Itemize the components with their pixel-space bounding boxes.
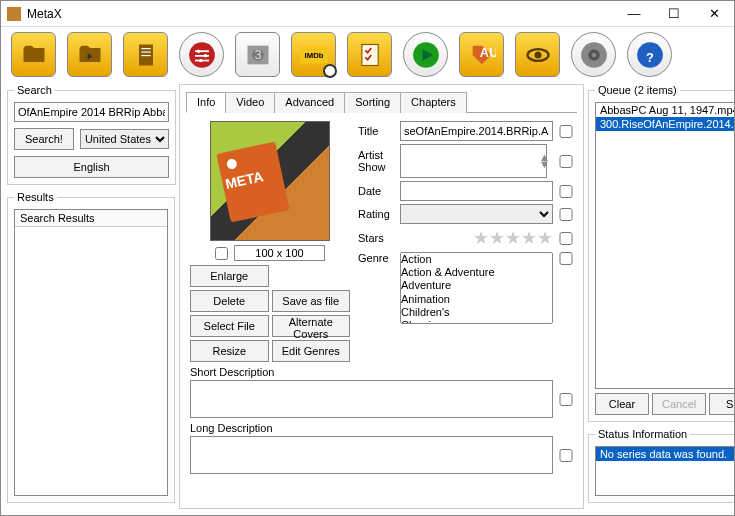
stars-label: Stars [358, 232, 394, 244]
stars-widget[interactable]: ★★★★★ [400, 227, 553, 249]
status-message: No series data was found. [596, 447, 735, 461]
rating-label: Rating [358, 208, 394, 220]
imdb-icon[interactable]: IMDb [291, 32, 336, 77]
rating-select[interactable] [400, 204, 553, 224]
svg-point-20 [534, 51, 541, 58]
genre-lock-checkbox[interactable] [559, 252, 573, 265]
play-icon[interactable] [403, 32, 448, 77]
settings-sliders-icon[interactable] [179, 32, 224, 77]
delete-button[interactable]: Delete [190, 290, 269, 312]
short-desc-label: Short Description [190, 366, 573, 378]
date-label: Date [358, 185, 394, 197]
queue-legend: Queue (2 items) [595, 84, 680, 96]
tab-info[interactable]: Info [186, 92, 226, 113]
sort-button[interactable]: Sort [709, 393, 735, 415]
date-input[interactable] [400, 181, 553, 201]
country-select[interactable]: United States [80, 129, 169, 149]
main-toolbar: 3 IMDb AUTO TAG ? [1, 27, 734, 82]
checklist-icon[interactable] [347, 32, 392, 77]
search-button[interactable]: Search! [14, 128, 74, 150]
edit-genres-button[interactable]: Edit Genres [272, 340, 351, 362]
maximize-button[interactable]: ☐ [654, 2, 694, 26]
genre-list[interactable]: ActionAction & AdventureAdventureAnimati… [400, 252, 553, 324]
status-box: No series data was found. [595, 446, 735, 496]
clear-button[interactable]: Clear [595, 393, 649, 415]
art-dimensions: 100 x 100 [234, 245, 324, 261]
svg-rect-2 [141, 51, 150, 52]
save-as-file-button[interactable]: Save as file [272, 290, 351, 312]
titlebar: MetaX — ☐ ✕ [1, 1, 734, 27]
queue-item[interactable]: 300.RiseOfAnEmpire.2014.BR... [596, 117, 735, 131]
long-desc-label: Long Description [190, 422, 573, 434]
language-button[interactable]: English [14, 156, 169, 178]
help-icon[interactable]: ? [627, 32, 672, 77]
search-input[interactable] [14, 102, 169, 122]
resize-button[interactable]: Resize [190, 340, 269, 362]
date-lock-checkbox[interactable] [559, 185, 573, 198]
cover-art[interactable]: META [210, 121, 330, 241]
svg-point-23 [591, 52, 596, 57]
close-button[interactable]: ✕ [694, 2, 734, 26]
alternate-covers-button[interactable]: Alternate Covers [272, 315, 351, 337]
svg-point-9 [203, 54, 207, 58]
svg-rect-1 [141, 48, 150, 49]
gear-icon[interactable] [571, 32, 616, 77]
search-legend: Search [14, 84, 55, 96]
open-recent-icon[interactable] [67, 32, 112, 77]
svg-rect-3 [141, 55, 150, 56]
rating-lock-checkbox[interactable] [559, 208, 573, 221]
film-reel-icon[interactable]: 3 [235, 32, 280, 77]
artist-label: Artist Show [358, 149, 394, 173]
autotag-icon[interactable]: AUTO TAG [459, 32, 504, 77]
tab-video[interactable]: Video [225, 92, 275, 113]
queue-item[interactable]: AbbasPC Aug 11, 1947.mp4 [596, 103, 735, 117]
artist-lock-checkbox[interactable] [559, 155, 573, 168]
results-list[interactable]: Search Results [14, 209, 168, 496]
queue-list[interactable]: AbbasPC Aug 11, 1947.mp4300.RiseOfAnEmpi… [595, 102, 735, 389]
status-group: Status Information No series data was fo… [588, 428, 735, 503]
document-icon[interactable] [123, 32, 168, 77]
results-header: Search Results [15, 210, 167, 227]
svg-point-10 [199, 58, 203, 62]
select-file-button[interactable]: Select File [190, 315, 269, 337]
enlarge-button[interactable]: Enlarge [190, 265, 269, 287]
results-group: Results Search Results [7, 191, 175, 503]
tab-advanced[interactable]: Advanced [274, 92, 345, 113]
queue-group: Queue (2 items) AbbasPC Aug 11, 1947.mp4… [588, 84, 735, 422]
minimize-button[interactable]: — [614, 2, 654, 26]
tab-chapters[interactable]: Chapters [400, 92, 467, 113]
title-lock-checkbox[interactable] [559, 125, 573, 138]
stars-lock-checkbox[interactable] [559, 232, 573, 245]
art-lock-checkbox[interactable] [215, 247, 228, 260]
svg-point-8 [196, 49, 200, 53]
title-input[interactable] [400, 121, 553, 141]
long-desc-input[interactable] [190, 436, 553, 474]
app-icon [7, 7, 21, 21]
title-label: Title [358, 125, 394, 137]
window-title: MetaX [27, 7, 614, 21]
long-desc-lock-checkbox[interactable] [559, 449, 573, 462]
cancel-button[interactable]: Cancel [652, 393, 706, 415]
svg-rect-16 [361, 44, 377, 65]
tab-strip: Info Video Advanced Sorting Chapters [186, 91, 577, 113]
genre-label: Genre [358, 252, 394, 264]
preview-eye-icon[interactable] [515, 32, 560, 77]
results-legend: Results [14, 191, 57, 203]
svg-text:?: ? [646, 50, 654, 65]
short-desc-input[interactable] [190, 380, 553, 418]
short-desc-lock-checkbox[interactable] [559, 393, 573, 406]
svg-text:3: 3 [254, 46, 261, 61]
svg-text:IMDb: IMDb [304, 50, 323, 59]
svg-text:AUTO TAG: AUTO TAG [479, 45, 495, 60]
status-legend: Status Information [595, 428, 690, 440]
search-group: Search Search! United States English [7, 84, 176, 185]
open-folder-icon[interactable] [11, 32, 56, 77]
artist-input[interactable] [400, 144, 547, 178]
tab-sorting[interactable]: Sorting [344, 92, 401, 113]
